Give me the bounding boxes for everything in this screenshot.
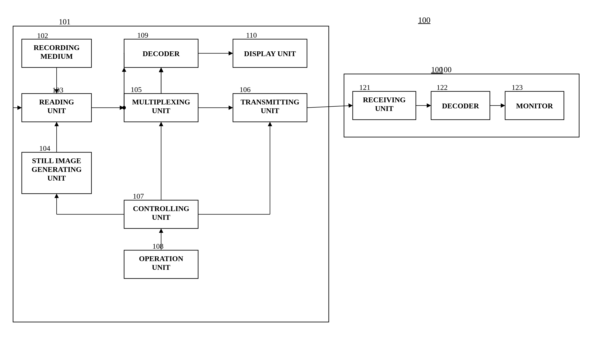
svg-text:121: 121 — [359, 83, 370, 91]
svg-marker-55 — [159, 67, 163, 72]
svg-text:READING: READING — [39, 98, 74, 106]
svg-text:UNIT: UNIT — [47, 107, 66, 115]
svg-text:RECEIVING: RECEIVING — [363, 96, 406, 104]
svg-text:DISPLAY UNIT: DISPLAY UNIT — [244, 50, 296, 58]
svg-text:UNIT: UNIT — [261, 107, 279, 115]
svg-text:OPERATION: OPERATION — [139, 255, 183, 263]
svg-text:UNIT: UNIT — [152, 263, 170, 271]
svg-text:GENERATING: GENERATING — [32, 165, 82, 173]
svg-point-51 — [122, 106, 126, 109]
svg-rect-18 — [233, 39, 307, 67]
svg-marker-57 — [229, 51, 233, 55]
svg-text:123: 123 — [512, 83, 523, 91]
svg-rect-2 — [22, 39, 91, 67]
diagram-svg: 101 100 100 RECORDING MEDIUM 102 READING… — [9, 13, 592, 357]
svg-text:103: 103 — [52, 86, 63, 94]
svg-rect-15 — [124, 39, 198, 67]
svg-marker-73 — [159, 229, 163, 233]
svg-text:MEDIUM: MEDIUM — [40, 52, 73, 60]
svg-text:UNIT: UNIT — [375, 104, 393, 113]
svg-text:UNIT: UNIT — [47, 174, 66, 182]
svg-text:RECORDING: RECORDING — [33, 43, 80, 52]
svg-text:122: 122 — [437, 83, 448, 91]
svg-text:110: 110 — [246, 31, 257, 39]
svg-text:CONTROLLING: CONTROLLING — [133, 205, 189, 213]
svg-marker-71 — [268, 122, 272, 126]
svg-marker-50 — [120, 105, 124, 110]
ref-101: 101 — [59, 17, 71, 26]
svg-marker-68 — [159, 122, 163, 126]
svg-text:109: 109 — [137, 31, 148, 39]
svg-rect-44 — [505, 91, 564, 120]
svg-rect-33 — [124, 250, 198, 279]
svg-rect-21 — [124, 94, 198, 122]
svg-line-60 — [307, 105, 352, 108]
svg-marker-48 — [54, 89, 59, 94]
svg-text:MULTIPLEXING: MULTIPLEXING — [132, 98, 190, 106]
svg-text:104: 104 — [39, 144, 50, 152]
svg-marker-61 — [348, 103, 353, 108]
svg-text:UNIT: UNIT — [152, 107, 170, 115]
svg-rect-0 — [13, 26, 329, 322]
svg-rect-41 — [431, 91, 490, 120]
ref-100: 100 — [418, 15, 430, 25]
svg-text:DECODER: DECODER — [442, 102, 479, 110]
svg-text:107: 107 — [133, 192, 144, 200]
svg-rect-25 — [233, 94, 307, 122]
svg-text:DECODER: DECODER — [143, 50, 180, 58]
svg-rect-29 — [124, 200, 198, 229]
svg-text:108: 108 — [152, 242, 163, 250]
svg-rect-37 — [353, 91, 416, 120]
svg-text:TRANSMITTING: TRANSMITTING — [241, 98, 299, 106]
diagram-container: 101 100 100 RECORDING MEDIUM 102 READING… — [9, 13, 592, 357]
svg-rect-1 — [344, 74, 579, 137]
svg-rect-6 — [22, 94, 91, 122]
svg-text:102: 102 — [37, 31, 48, 40]
svg-marker-77 — [427, 103, 431, 108]
svg-marker-59 — [229, 105, 233, 110]
svg-marker-82 — [122, 67, 126, 72]
svg-text:STILL IMAGE: STILL IMAGE — [32, 157, 81, 165]
ref-120-underline: 100 — [431, 65, 443, 74]
svg-marker-66 — [54, 194, 59, 198]
svg-marker-53 — [159, 68, 163, 72]
ref-120: 100 — [440, 65, 452, 74]
svg-text:106: 106 — [239, 85, 251, 94]
svg-text:105: 105 — [131, 85, 142, 94]
svg-rect-10 — [22, 152, 91, 194]
svg-marker-84 — [159, 67, 163, 72]
svg-marker-79 — [501, 103, 505, 108]
svg-text:MONITOR: MONITOR — [516, 102, 553, 110]
svg-text:UNIT: UNIT — [152, 213, 170, 221]
svg-marker-75 — [17, 105, 22, 110]
svg-marker-63 — [54, 122, 59, 126]
